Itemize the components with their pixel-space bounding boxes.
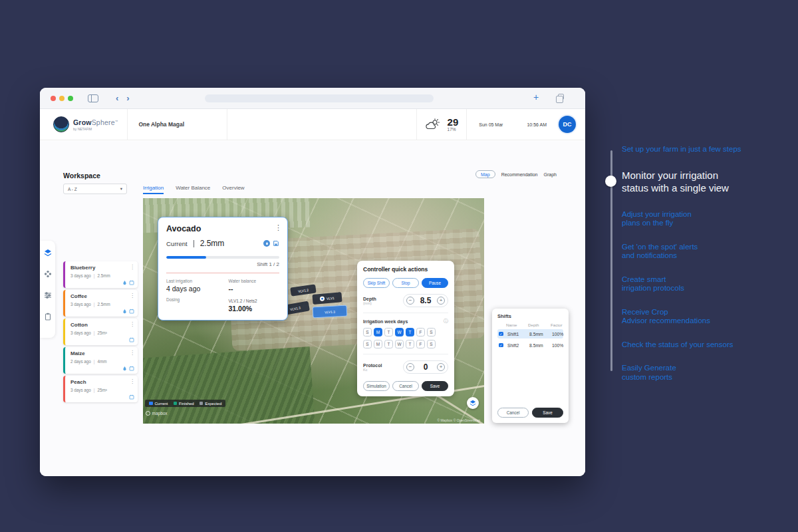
crop-ago: 3 days ago [70, 302, 91, 307]
kebab-menu-icon[interactable]: ⋮ [275, 223, 282, 232]
plus-button[interactable]: + [437, 297, 445, 305]
week-days-row-2: S M T W T F S [363, 340, 448, 348]
weekday-chip[interactable]: F [416, 328, 425, 336]
simulation-button[interactable]: Simulation [363, 381, 390, 391]
field-polygon-selected[interactable]: VLV1.3 [313, 305, 348, 319]
current-label: Current [166, 240, 188, 247]
save-button[interactable]: Save [422, 381, 448, 391]
protocol-kc-label: Kc [363, 368, 382, 372]
kebab-menu-icon[interactable]: ⋮ [130, 321, 135, 327]
toggle-map[interactable]: Map [475, 170, 495, 178]
back-button[interactable]: ‹ [116, 93, 118, 103]
weekday-chip[interactable]: M [374, 340, 382, 348]
tour-step-alerts[interactable]: Get 'on the spot' alertsand notification… [622, 243, 775, 261]
app-header: GrowSphere™ by NETAFIM One Alpha Magal 2… [40, 109, 585, 140]
weekday-chip[interactable]: W [395, 340, 404, 348]
crop-card-cotton[interactable]: Cotton 3 days ago|25m³ ⋮ [63, 319, 138, 345]
brand-name-bold: Grow [73, 118, 92, 126]
weekday-chip[interactable]: T [406, 328, 414, 336]
kebab-menu-icon[interactable]: ⋮ [130, 350, 135, 356]
weather-widget[interactable]: 29 17% [416, 109, 467, 140]
calendar-icon [129, 394, 134, 400]
tour-step-setup[interactable]: Set up your farm in just a few steps [622, 145, 775, 154]
tour-active-dot [605, 176, 616, 187]
checkbox-checked[interactable]: ✓ [499, 332, 503, 336]
tour-step-protocols[interactable]: Create smartirrigation protocols [622, 275, 775, 293]
shift-row[interactable]: ✓ Shift2 8.5mm 100% [497, 340, 563, 350]
kebab-menu-icon[interactable]: ⋮ [130, 293, 135, 299]
weekday-chip[interactable]: T [406, 340, 414, 348]
crop-card-blueberry[interactable]: Blueberry 3 days ago|2.5mm ⋮ [63, 261, 138, 288]
weekday-chip[interactable]: S [427, 340, 436, 348]
brand-logo: GrowSphere™ by NETAFIM [40, 109, 128, 140]
tab-overview-icon[interactable] [558, 94, 564, 100]
browser-window: ‹ › + GrowSphere™ by NETAFIM One Alpha M… [40, 88, 585, 476]
close-window-button[interactable] [51, 96, 56, 101]
sidebar-item-charts[interactable] [44, 291, 52, 299]
zoom-window-button[interactable] [68, 96, 73, 101]
sidebar-item-irrigation[interactable] [44, 270, 52, 278]
window-controls [51, 96, 73, 101]
pause-button[interactable]: Pause [422, 278, 448, 288]
shifts-title: Shifts [497, 313, 563, 319]
kebab-menu-icon[interactable]: ⋮ [130, 264, 135, 270]
stop-button[interactable]: Stop [392, 278, 419, 288]
legend-finished-swatch [174, 402, 178, 406]
address-bar[interactable] [205, 94, 434, 102]
workspace-sort-select[interactable]: A - Z ▾ [63, 184, 127, 194]
tour-step-sensors[interactable]: Check the status of your sensors [622, 340, 775, 350]
sidebar-item-map[interactable] [44, 249, 52, 257]
drop-info-icon[interactable] [263, 240, 270, 247]
weekday-chip[interactable]: F [416, 340, 425, 348]
tab-water-balance[interactable]: Water Balance [176, 185, 210, 194]
crop-card-maize[interactable]: Maize 2 days ago|4mm ⋮ [63, 347, 138, 374]
minus-button[interactable]: − [406, 297, 414, 305]
weekday-chip[interactable]: M [374, 328, 382, 336]
checkbox-checked[interactable]: ✓ [499, 343, 503, 348]
save-icon[interactable] [273, 240, 279, 247]
tour-step-adjust[interactable]: Adjust your irrigationplans on the fly [622, 210, 775, 228]
user-avatar[interactable]: DC [559, 116, 576, 133]
tour-step-monitor[interactable]: Monitor your irrigationstatus with a sin… [622, 169, 775, 194]
divider [363, 354, 448, 354]
drop-icon [122, 280, 127, 285]
weekday-chip[interactable]: S [363, 328, 372, 336]
tab-overview[interactable]: Overview [222, 185, 244, 194]
sidebar-toggle-icon[interactable] [88, 94, 98, 102]
crop-name: Blueberry [70, 265, 134, 271]
tab-irrigation[interactable]: Irrigation [143, 185, 164, 194]
cancel-button[interactable]: Cancel [497, 408, 529, 418]
crop-card-coffee[interactable]: Coffee 3 days ago|2.5mm ⋮ [63, 290, 138, 317]
kebab-menu-icon[interactable]: ⋮ [130, 378, 135, 384]
weekday-chip[interactable]: T [384, 340, 393, 348]
cancel-button[interactable]: Cancel [392, 381, 419, 391]
new-tab-button[interactable]: + [531, 92, 541, 102]
minus-button[interactable]: − [406, 363, 414, 371]
map-attribution: © Mapbox © OpenStreetMap [437, 418, 480, 422]
protocol-label: Protocol [363, 363, 382, 368]
weekday-chip[interactable]: S [427, 328, 436, 336]
toggle-graph[interactable]: Graph [544, 172, 557, 177]
week-days-label: Irrigation week days [363, 319, 408, 324]
controller-quick-actions-panel: Controller quick actions Skip Shift Stop… [357, 261, 454, 396]
weekday-chip[interactable]: W [395, 328, 404, 336]
crop-name: Peach [70, 379, 134, 385]
shift-row[interactable]: ✓ Shift1 8.5mm 100% [497, 329, 563, 338]
toggle-recommendation[interactable]: Recommendation [501, 172, 538, 177]
skip-shift-button[interactable]: Skip Shift [363, 278, 390, 288]
tour-step-reports[interactable]: Easily Generatecustom reports [622, 364, 775, 382]
weekday-chip[interactable]: T [384, 328, 393, 336]
depth-value: 8.5 [418, 296, 434, 305]
save-button[interactable]: Save [532, 408, 563, 418]
valve-marker-icon [320, 296, 325, 301]
sidebar-item-reports[interactable] [44, 313, 52, 321]
map-layers-button[interactable] [467, 397, 479, 409]
info-icon[interactable]: ⓘ [444, 318, 448, 325]
minimize-window-button[interactable] [59, 96, 65, 101]
weekday-chip[interactable]: S [363, 340, 372, 348]
farm-name[interactable]: One Alpha Magal [128, 109, 227, 140]
plus-button[interactable]: + [437, 363, 445, 371]
crop-card-peach[interactable]: Peach 3 days ago|25m³ ⋮ [63, 376, 138, 402]
tour-step-advisor[interactable]: Receive CropAdvisor recommendations [622, 308, 775, 326]
forward-button[interactable]: › [126, 93, 129, 103]
